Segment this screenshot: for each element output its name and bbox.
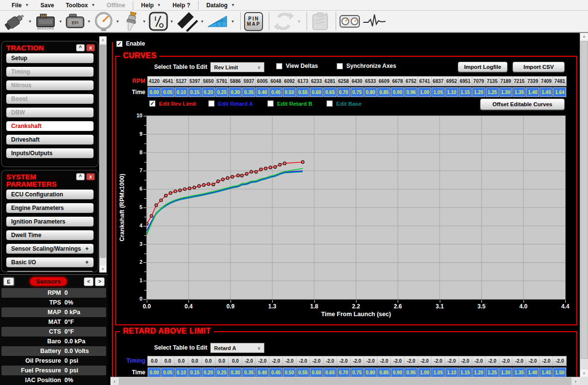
spark-plug-tool[interactable]: ▼ — [122, 11, 146, 32]
time-cell[interactable]: 0.20 — [202, 87, 215, 97]
timing-cell[interactable]: -2.0 — [377, 356, 391, 366]
timing-cell[interactable]: -2.0 — [283, 356, 296, 366]
rpm-cell[interactable]: 6048 — [269, 77, 283, 86]
timing-cell[interactable]: -2.0 — [324, 356, 337, 366]
timing-cell[interactable]: -2.0 — [391, 356, 404, 366]
time-cell[interactable]: 0.35 — [242, 87, 255, 97]
time-cell[interactable]: 1.20 — [472, 87, 485, 97]
timing-cell[interactable]: 0.0 — [202, 356, 216, 366]
retard-time-cell[interactable]: 1.35 — [512, 368, 526, 377]
time-cell[interactable]: 0.40 — [256, 87, 269, 97]
timing-cell[interactable]: 0.0 — [161, 356, 175, 366]
edit-rev-limit-checkbox[interactable]: ✓ — [149, 100, 155, 107]
edit-checkbox-edit-retard-a[interactable]: Edit Retard A — [208, 100, 253, 107]
time-cell[interactable]: 1.30 — [499, 87, 512, 97]
table-select-dropdown[interactable]: Rev Limit∨ — [210, 62, 264, 72]
time-cell[interactable]: 0.15 — [188, 87, 201, 97]
sidebar-scrollbar[interactable]: ˄ ˅ — [99, 36, 107, 273]
edit-retard-b-checkbox[interactable] — [267, 100, 274, 107]
timing-cell[interactable]: -2.0 — [459, 356, 472, 366]
rpm-cell[interactable]: 5127 — [175, 77, 188, 86]
scroll-up-icon[interactable]: ˄ — [99, 36, 107, 44]
time-cell[interactable]: 1.15 — [459, 87, 472, 97]
horizontal-scroll-thumb[interactable] — [119, 378, 572, 385]
retard-time-cell[interactable]: 1.20 — [472, 368, 485, 377]
retard-time-cell[interactable]: 1.10 — [445, 368, 458, 377]
pin-map-button[interactable]: PINMAP — [244, 12, 263, 31]
retard-time-cell[interactable]: 1.30 — [499, 368, 512, 377]
rpm-cell[interactable]: 5397 — [188, 77, 202, 86]
time-cell[interactable]: 0.55 — [296, 87, 309, 97]
timing-cell[interactable]: 0.0 — [148, 356, 161, 366]
time-cell[interactable]: 0.65 — [324, 87, 337, 97]
horizontal-scrollbar[interactable]: ‹ › — [110, 377, 580, 385]
rpm-cell[interactable]: 7215 — [512, 77, 526, 86]
timing-cell[interactable]: -2.0 — [472, 356, 486, 366]
system-item-sensor-scaling-warnings[interactable]: Sensor Scaling/Warnings+ — [6, 243, 94, 254]
traction-item-driveshaft[interactable]: Driveshaft — [6, 134, 94, 145]
timing-cell[interactable]: 0.0 — [229, 356, 242, 366]
timing-cell[interactable]: -2.0 — [351, 356, 364, 366]
timing-cell[interactable]: -2.0 — [310, 356, 324, 366]
crankshaft-chart[interactable] — [146, 115, 566, 300]
retard-time-cell[interactable]: 0.10 — [175, 368, 188, 377]
traction-item-setup[interactable]: Setup — [6, 53, 94, 64]
rpm-cell[interactable]: 6952 — [445, 77, 459, 86]
rpm-cell[interactable]: 5791 — [216, 77, 229, 86]
menu-help[interactable]: Help▼ — [135, 0, 167, 10]
retard-time-cell[interactable]: 0.85 — [377, 368, 390, 377]
rpm-cell[interactable]: 6837 — [432, 77, 445, 86]
time-cell[interactable]: 1.45 — [540, 87, 553, 97]
system-item-ignition-parameters[interactable]: Ignition Parameters — [6, 216, 94, 227]
system-item-closed-loop-learn[interactable]: Closed Loop/Learn+ — [6, 271, 94, 273]
timing-cell[interactable]: -2.0 — [269, 356, 283, 366]
timing-cell[interactable]: -2.0 — [296, 356, 310, 366]
timing-value-row[interactable]: 0.00.00.00.00.00.00.0-2.0-2.0-2.0-2.0-2.… — [147, 356, 567, 366]
traction-item-inputs-outputs[interactable]: Inputs/Outputs — [6, 148, 94, 159]
retard-time-cell[interactable]: 0.00 — [148, 368, 161, 377]
rpm-cell[interactable]: 6951 — [459, 77, 472, 86]
vertical-scrollbar[interactable]: ˄ ˅ — [580, 33, 588, 377]
timing-cell[interactable]: -2.0 — [512, 356, 526, 366]
rpm-cell[interactable]: 5937 — [242, 77, 256, 86]
timing-cell[interactable]: -2.0 — [337, 356, 351, 366]
rpm-cell[interactable]: 6752 — [404, 77, 418, 86]
offset-editable-curves-button[interactable]: Offset Editable Curves — [480, 98, 565, 110]
system-item-engine-parameters[interactable]: Engine Parameters — [6, 203, 94, 213]
retard-time-cell[interactable]: 1.50 — [553, 368, 566, 377]
retard-time-cell[interactable]: 0.20 — [202, 368, 215, 377]
retard-time-cell[interactable]: 0.90 — [391, 368, 404, 377]
time-cell[interactable]: 1.05 — [432, 87, 445, 97]
collapse-icon[interactable]: ^ — [76, 44, 85, 51]
timing-cell[interactable]: -2.0 — [418, 356, 432, 366]
scroll-down-icon[interactable]: ˅ — [99, 265, 107, 273]
vertical-scroll-thumb[interactable] — [581, 41, 588, 359]
menu-save[interactable]: Save — [35, 0, 60, 10]
retard-time-value-row[interactable]: 0.000.050.100.150.200.250.300.350.400.45… — [147, 367, 567, 377]
retard-time-cell[interactable]: 0.45 — [269, 368, 282, 377]
time-cell[interactable]: 0.45 — [269, 87, 282, 97]
timing-cell[interactable]: -2.0 — [526, 356, 540, 366]
timing-cell[interactable]: -2.0 — [242, 356, 256, 366]
close-icon[interactable]: x — [86, 44, 95, 51]
edit-checkbox-edit-retard-b[interactable]: Edit Retard B — [267, 100, 312, 107]
time-cell[interactable]: 0.25 — [216, 87, 229, 97]
rpm-cell[interactable]: 7481 — [553, 77, 566, 86]
rpm-cell[interactable]: 6678 — [391, 77, 404, 86]
rpm-cell[interactable]: 6092 — [283, 77, 296, 86]
menu-toolbox[interactable]: Toolbox▼ — [60, 0, 101, 10]
retard-time-cell[interactable]: 1.05 — [432, 368, 445, 377]
time-cell[interactable]: 0.80 — [364, 87, 377, 97]
timing-cell[interactable]: -2.0 — [499, 356, 513, 366]
retard-time-cell[interactable]: 0.15 — [188, 368, 201, 377]
time-cell[interactable]: 0.00 — [148, 87, 161, 97]
waveform-tool[interactable] — [362, 13, 387, 30]
rpm-cell[interactable]: 5886 — [229, 77, 242, 86]
timing-cell[interactable]: 0.0 — [188, 356, 202, 366]
retard-time-cell[interactable]: 0.95 — [404, 368, 418, 377]
time-cell[interactable]: 0.85 — [377, 87, 390, 97]
time-value-row[interactable]: 0.000.050.100.150.200.250.300.350.400.45… — [147, 87, 567, 97]
enable-checkbox-row[interactable]: ✓ Enable — [116, 40, 145, 47]
sensors-module-tool[interactable]: SENSORS▼ — [34, 13, 62, 30]
timing-cell[interactable]: -2.0 — [486, 356, 499, 366]
